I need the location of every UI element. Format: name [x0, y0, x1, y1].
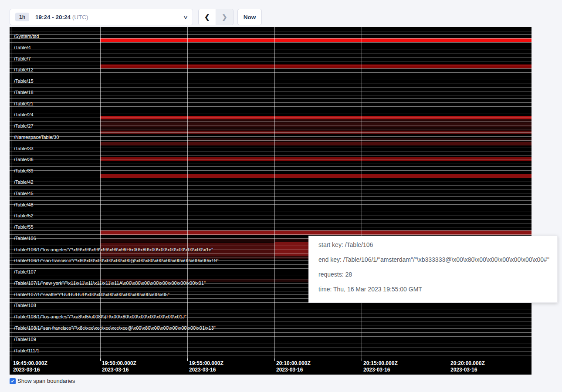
time-bucket-line	[274, 27, 275, 358]
axis-tick	[449, 358, 449, 361]
span-boundary-line	[10, 193, 532, 193]
span-boundary-line	[10, 332, 532, 333]
span-boundary-line	[10, 155, 532, 155]
row-key-label: /Table/107	[14, 269, 36, 274]
span-boundary-line	[10, 34, 532, 35]
axis-tick	[187, 358, 188, 361]
span-boundary-line	[10, 230, 532, 231]
row-key-label: /Table/45	[14, 191, 34, 196]
span-boundary-line	[10, 68, 532, 69]
span-boundary-line	[10, 189, 532, 189]
axis-tick	[100, 358, 101, 361]
span-boundary-line	[10, 216, 532, 216]
span-boundary-line	[10, 223, 532, 223]
time-bucket-line	[11, 27, 11, 358]
duration-badge: 1h	[15, 13, 29, 21]
row-key-label: /Table/106/1/"san francisco"/"\x80\x00\x…	[14, 258, 219, 263]
span-boundary-line	[10, 118, 532, 118]
span-boundary-line	[10, 351, 532, 351]
row-key-label: /Table/24	[14, 112, 34, 117]
span-boundary-line	[10, 114, 532, 114]
row-key-label: /NamespaceTable/30	[14, 135, 59, 140]
time-zone-label: (UTC)	[72, 14, 88, 20]
span-boundary-line	[10, 152, 532, 152]
span-boundary-line	[10, 340, 532, 340]
span-boundary-line	[10, 98, 532, 99]
span-boundary-line	[10, 91, 532, 91]
axis-tick	[274, 358, 275, 361]
tooltip-requests: requests: 28	[318, 271, 352, 278]
row-key-label: /Table/106	[14, 236, 36, 241]
span-tooltip: start key: /Table/106 end key: /Table/10…	[308, 236, 558, 303]
axis-time-label: 20:20:00.000Z2023-03-16	[450, 360, 485, 373]
span-boundary-line	[10, 336, 532, 337]
key-visualizer-heatmap[interactable]: /System/tsd/Table/4/Table/7/Table/12/Tab…	[10, 27, 532, 375]
row-key-label: /Table/111/1	[14, 348, 39, 353]
span-boundary-line	[10, 61, 532, 61]
heatmap-chart[interactable]: /System/tsd/Table/4/Table/7/Table/12/Tab…	[10, 27, 532, 358]
row-key-label: /Table/7	[14, 56, 31, 61]
span-boundary-line	[10, 31, 532, 31]
span-boundary-line	[10, 144, 532, 144]
span-boundary-line	[10, 219, 532, 220]
row-key-label: /Table/27	[14, 123, 34, 128]
row-key-label: /Table/108/1/"san francisco"/"\x8c\xcc\x…	[14, 325, 216, 331]
span-boundaries-row: ✓ Show span boundaries	[10, 378, 75, 384]
span-boundary-line	[10, 159, 532, 159]
tooltip-time: time: Thu, 16 Mar 2023 19:55:00 GMT	[318, 286, 422, 293]
span-boundary-line	[10, 102, 532, 103]
span-boundary-line	[10, 84, 532, 84]
axis-time-label: 19:55:00.000Z2023-03-16	[189, 360, 223, 373]
span-boundary-line	[10, 200, 532, 201]
span-boundary-line	[10, 125, 532, 125]
span-boundary-line	[10, 121, 532, 122]
heat-band	[187, 138, 532, 142]
row-key-label: /Table/107/1/"new york"/"\x11\x11\x11\x1…	[14, 280, 206, 286]
next-time-button[interactable]: ❯	[216, 9, 234, 25]
tooltip-start-key: start key: /Table/106	[318, 241, 373, 248]
span-boundary-line	[10, 140, 532, 141]
span-boundary-line	[10, 50, 532, 50]
time-bucket-line	[100, 27, 101, 358]
span-boundary-line	[10, 174, 532, 174]
time-axis: 19:45:00.000Z2023-03-1619:50:00.000Z2023…	[10, 358, 532, 375]
span-boundary-line	[10, 65, 532, 65]
span-boundary-line	[10, 57, 532, 57]
heat-band	[100, 38, 532, 42]
axis-tick	[11, 358, 11, 361]
span-boundary-line	[10, 178, 532, 178]
heat-band	[100, 174, 532, 178]
axis-tick	[362, 358, 362, 361]
row-key-label: /Table/15	[14, 78, 34, 84]
span-boundary-line	[10, 310, 532, 310]
span-boundary-line	[10, 182, 532, 182]
span-boundary-line	[10, 196, 532, 197]
row-key-label: /Table/108/1/"los angeles"/"\xa8\xf5\u00…	[14, 314, 186, 319]
span-boundary-line	[10, 321, 532, 321]
time-range-select[interactable]: 1h 19:24 - 20:24 (UTC) ∨	[10, 9, 193, 25]
show-span-boundaries-checkbox[interactable]: ✓	[10, 378, 16, 384]
row-key-label: /Table/107/1/"seattle"/"UUUUUUD\x00\x80\…	[14, 292, 169, 297]
span-boundary-line	[10, 185, 532, 186]
span-boundary-line	[10, 344, 532, 344]
row-key-label: /Table/39	[14, 168, 34, 173]
span-boundary-line	[10, 110, 532, 110]
now-button[interactable]: Now	[237, 9, 262, 25]
row-key-label: /Table/106/1/"los angeles"/"\x99\x99\x99…	[14, 247, 213, 252]
row-key-label: /Table/12	[14, 67, 34, 72]
row-key-label: /Table/52	[14, 213, 34, 218]
span-boundary-line	[10, 208, 532, 208]
prev-time-button[interactable]: ❮	[199, 9, 216, 25]
row-key-label: /Table/36	[14, 157, 34, 162]
time-range-text: 19:24 - 20:24 (UTC)	[35, 14, 88, 20]
span-boundary-line	[10, 204, 532, 205]
span-boundary-line	[10, 136, 532, 137]
time-bucket-line	[449, 27, 449, 358]
span-boundary-line	[10, 129, 532, 129]
row-key-label: /Table/4	[14, 45, 31, 50]
span-boundary-line	[10, 72, 532, 73]
span-boundary-line	[10, 166, 532, 167]
time-bucket-line	[187, 27, 188, 358]
row-key-label: /Table/108	[14, 303, 36, 308]
span-boundary-line	[10, 95, 532, 95]
